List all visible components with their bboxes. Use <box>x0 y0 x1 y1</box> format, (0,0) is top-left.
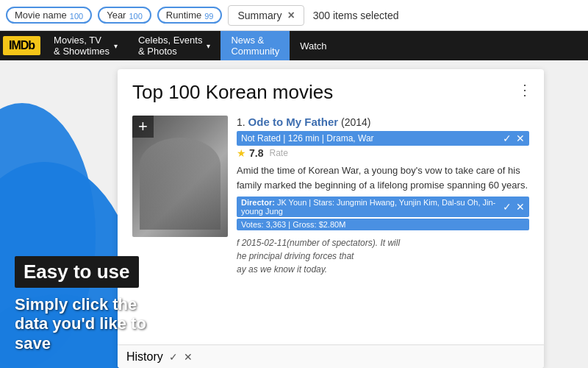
imdb-logo[interactable]: IMDb <box>3 36 40 55</box>
filter-year-count: 100 <box>129 12 142 21</box>
nav-news-community[interactable]: News &Community <box>220 31 290 60</box>
easy-to-use-label: Easy to use <box>15 256 139 288</box>
gross-label: Gross: <box>293 220 316 229</box>
nav-movies-tv-label: Movies, TV& Showtimes <box>54 35 110 57</box>
items-selected-count: 300 items selected <box>313 10 399 21</box>
votes-count: 3,363 <box>266 220 287 229</box>
toolbar: Movie name 100 Year 100 Runtime 99 Summa… <box>0 0 588 31</box>
extra-text: f 2015-02-11(number of spectators). It w… <box>237 236 529 276</box>
imdb-content-panel: Top 100 Korean movies ⋮ + 1. Ode to My F… <box>118 69 544 368</box>
summary-filter[interactable]: Summary × <box>228 5 304 26</box>
nav-celebs[interactable]: Celebs, Events& Photos ▾ <box>128 31 220 60</box>
genre: Drama, War <box>326 133 373 144</box>
rating-badge: Not Rated <box>241 133 281 144</box>
nav-news-community-label: News &Community <box>231 35 279 57</box>
filter-runtime-label: Runtime <box>166 10 201 21</box>
movie-year: (2014) <box>341 116 370 128</box>
rating-number: 7.8 <box>249 147 263 159</box>
filter-movie-name-label: Movie name <box>15 10 67 21</box>
votes-text: Votes: 3,363 | Gross: $2.80M <box>241 220 525 229</box>
nav-celebs-label: Celebs, Events& Photos <box>138 35 202 57</box>
gross-amount: $2.80M <box>319 220 346 229</box>
filter-runtime-count: 99 <box>204 12 213 21</box>
movie-poster: + <box>132 116 228 237</box>
movie-rank: 1. <box>237 116 245 128</box>
meta-text: Not Rated | 126 min | Drama, War <box>241 133 498 144</box>
nav-movies-tv[interactable]: Movies, TV& Showtimes ▾ <box>43 31 128 60</box>
nav-watch[interactable]: Watch <box>290 31 337 60</box>
filter-year[interactable]: Year 100 <box>98 7 151 24</box>
stars-label: Stars: <box>313 198 334 207</box>
star-icon: ★ <box>237 147 246 159</box>
summary-filter-label: Summary <box>237 10 282 21</box>
close-icon[interactable]: ✕ <box>516 132 525 144</box>
click-data-label: Simply click the data you'd like to save <box>15 295 154 353</box>
duration: 126 min <box>288 133 320 144</box>
meta-highlight-row: Not Rated | 126 min | Drama, War ✓ ✕ <box>237 131 529 146</box>
more-options-icon[interactable]: ⋮ <box>517 81 532 99</box>
check-icon[interactable]: ✓ <box>503 132 512 144</box>
history-check-icon[interactable]: ✓ <box>169 351 178 363</box>
nav-watch-label: Watch <box>300 40 326 52</box>
filter-movie-name-count: 100 <box>70 12 83 21</box>
director-label: Director: <box>241 198 275 207</box>
check-icon[interactable]: ✓ <box>503 201 512 213</box>
movie-entry: + 1. Ode to My Father (2014) Not Rated |… <box>132 116 529 276</box>
imdb-navbar: IMDb Movies, TV& Showtimes ▾ Celebs, Eve… <box>0 31 588 60</box>
chevron-down-icon: ▾ <box>207 42 210 50</box>
filter-runtime[interactable]: Runtime 99 <box>157 7 223 24</box>
director-highlight-row: Director: JK Youn | Stars: Jungmin Hwang… <box>237 197 529 217</box>
filter-year-label: Year <box>107 10 126 21</box>
movie-title-link[interactable]: Ode to My Father <box>248 116 339 128</box>
movie-info: 1. Ode to My Father (2014) Not Rated | 1… <box>237 116 529 276</box>
filter-movie-name[interactable]: Movie name 100 <box>6 7 92 24</box>
movie-description: Amid the time of Korean War, a young boy… <box>237 163 529 192</box>
poster-silhouette <box>140 138 220 230</box>
close-icon[interactable]: ✕ <box>516 201 525 213</box>
close-icon[interactable]: × <box>287 9 294 22</box>
votes-highlight-row: Votes: 3,363 | Gross: $2.80M <box>237 219 529 230</box>
history-bar: History ✓ ✕ <box>118 344 544 368</box>
chevron-down-icon: ▾ <box>114 42 118 50</box>
votes-label: Votes: <box>241 220 264 229</box>
page-title: Top 100 Korean movies <box>132 81 529 104</box>
rate-link[interactable]: Rate <box>269 148 287 158</box>
rating-line: ★ 7.8 Rate <box>237 147 529 159</box>
movie-title-line: 1. Ode to My Father (2014) <box>237 116 529 128</box>
overlay-text-block: Easy to use Simply click the data you'd … <box>0 241 169 368</box>
director-text: Director: JK Youn | Stars: Jungmin Hwang… <box>241 198 498 216</box>
director-name: JK Youn <box>277 198 306 207</box>
history-close-icon[interactable]: ✕ <box>184 351 193 363</box>
add-button[interactable]: + <box>132 116 154 138</box>
main-content: Easy to use Simply click the data you'd … <box>0 60 588 368</box>
